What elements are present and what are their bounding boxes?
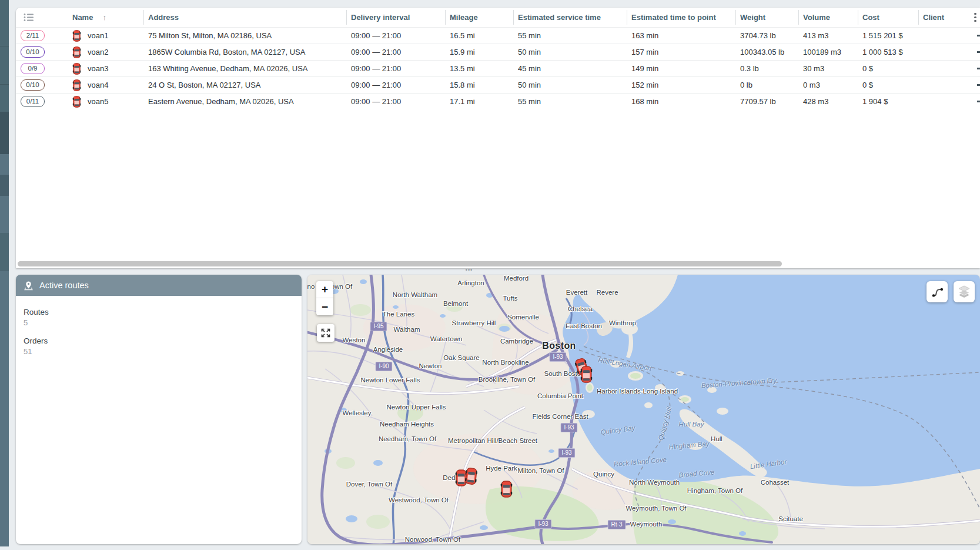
cell-mileage: 15.9 mi xyxy=(445,48,513,56)
sidebar-segment[interactable] xyxy=(0,84,9,112)
panel-resize-handle[interactable]: ••• xyxy=(462,266,476,274)
cell-estimated-service-time: 55 min xyxy=(513,31,627,40)
column-header-cost[interactable]: Cost xyxy=(858,8,918,27)
table-header: Name ↑ Address Delivery interval Mileage… xyxy=(16,8,980,27)
layers-icon xyxy=(957,285,971,299)
expand-icon xyxy=(321,328,330,338)
cell-estimated-time-to-point: 168 min xyxy=(627,97,735,106)
orders-count-badge: 0/9 xyxy=(21,63,45,74)
column-header-client[interactable]: Client xyxy=(918,8,964,27)
kebab-menu-icon[interactable] xyxy=(974,13,976,22)
vehicle-map-marker[interactable] xyxy=(580,366,593,383)
cell-mileage: 17.1 mi xyxy=(445,97,513,106)
cell-mileage: 13.5 mi xyxy=(445,64,513,73)
orders-count-badge: 0/10 xyxy=(21,79,45,91)
horizontal-scrollbar[interactable] xyxy=(16,261,980,267)
app-screen: Name ↑ Address Delivery interval Mileage… xyxy=(0,0,980,550)
routes-value: 5 xyxy=(24,318,302,327)
column-header-weight[interactable]: Weight xyxy=(735,8,798,27)
cell-weight: 100343.05 lb xyxy=(735,48,798,56)
cell-estimated-service-time: 50 min xyxy=(513,81,627,89)
cell-volume: 428 m3 xyxy=(798,97,858,106)
cell-cost: 0 $ xyxy=(858,64,918,73)
zoom-out-button[interactable]: − xyxy=(316,298,333,315)
cell-weight: 7709.57 lb xyxy=(735,97,798,106)
sidebar-segment[interactable] xyxy=(0,154,9,175)
column-header-estimated-time-to-point[interactable]: Estimated time to point xyxy=(627,8,735,27)
map[interactable]: noown OfMedfordArlingtonEverettRevereTuf… xyxy=(307,275,980,544)
sidebar-segment[interactable] xyxy=(0,46,9,84)
vehicle-name: voan2 xyxy=(88,48,108,56)
routes-table-card: Name ↑ Address Delivery interval Mileage… xyxy=(16,8,980,268)
cell-mileage: 15.8 mi xyxy=(445,81,513,89)
column-header-estimated-service-time[interactable]: Estimated service time xyxy=(513,8,627,27)
list-icon[interactable] xyxy=(16,8,68,27)
vehicle-icon xyxy=(72,30,81,42)
sidebar-segment[interactable] xyxy=(0,271,9,546)
cell-address: 24 O St, Boston, MA 02127, USA xyxy=(143,81,346,89)
column-header-name[interactable]: Name ↑ xyxy=(68,8,143,27)
table-row[interactable]: 0/9 voan3 163 Whiting Avenue, Dedham, MA… xyxy=(16,60,980,76)
orders-count-badge: 2/11 xyxy=(21,30,45,41)
vehicle-map-marker[interactable] xyxy=(500,481,513,498)
cell-estimated-time-to-point: 149 min xyxy=(627,64,735,73)
row-edge-dash xyxy=(977,101,980,102)
column-header-mileage[interactable]: Mileage xyxy=(445,8,513,27)
vehicle-map-marker[interactable] xyxy=(464,466,478,485)
routes-label: Routes xyxy=(24,308,302,316)
column-header-label: Name xyxy=(72,13,93,22)
route-curve-icon xyxy=(931,285,944,298)
sidebar-segment[interactable] xyxy=(0,175,9,196)
cell-cost: 0 $ xyxy=(858,81,918,89)
cell-delivery-interval: 09:00 — 21:00 xyxy=(346,48,445,56)
table-row[interactable]: 0/11 voan5 Eastern Avenue, Dedham, MA 02… xyxy=(16,93,980,109)
cell-estimated-service-time: 50 min xyxy=(513,48,627,56)
panel-title: Active routes xyxy=(39,281,89,290)
orders-count-badge: 0/10 xyxy=(21,46,45,58)
table-row[interactable]: 2/11 voan1 75 Milton St, Milton, MA 0218… xyxy=(16,27,980,44)
column-header-delivery-interval[interactable]: Delivery interval xyxy=(346,8,445,27)
orders-label: Orders xyxy=(24,336,302,345)
vehicle-name: voan3 xyxy=(88,64,108,73)
cell-volume: 30 m3 xyxy=(798,64,858,73)
cell-volume: 100189 m3 xyxy=(798,48,858,56)
cell-volume: 413 m3 xyxy=(798,31,858,40)
sidebar-segment[interactable] xyxy=(0,196,9,233)
vehicle-icon xyxy=(72,63,81,75)
cell-delivery-interval: 09:00 — 21:00 xyxy=(346,97,445,106)
table-row[interactable]: 0/10 voan4 24 O St, Boston, MA 02127, US… xyxy=(16,76,980,93)
vehicle-name: voan5 xyxy=(88,97,108,106)
orders-value: 51 xyxy=(24,347,302,356)
sidebar-segment[interactable] xyxy=(0,233,9,271)
cell-estimated-time-to-point: 163 min xyxy=(627,31,735,40)
vehicle-name: voan1 xyxy=(88,31,108,40)
collapsed-sidebar[interactable] xyxy=(0,0,9,546)
cell-cost: 1 000 513 $ xyxy=(858,48,918,56)
layers-button[interactable] xyxy=(954,281,975,302)
column-header-volume[interactable]: Volume xyxy=(798,8,858,27)
sidebar-segment[interactable] xyxy=(0,0,9,46)
horizontal-scrollbar-thumb[interactable] xyxy=(18,261,782,266)
fullscreen-button[interactable] xyxy=(317,324,335,342)
zoom-in-button[interactable]: + xyxy=(316,281,333,298)
cell-weight: 0 lb xyxy=(735,81,798,89)
cell-address: Eastern Avenue, Dedham, MA 02026, USA xyxy=(143,97,346,106)
active-routes-body: Routes 5 Orders 51 xyxy=(16,296,302,356)
cell-weight: 3704.73 lb xyxy=(735,31,798,40)
cell-estimated-service-time: 45 min xyxy=(513,64,627,73)
vehicle-icon xyxy=(72,79,81,91)
cell-address: 75 Milton St, Milton, MA 02186, USA xyxy=(143,31,346,40)
column-header-address[interactable]: Address xyxy=(143,8,346,27)
table-options-kebab[interactable] xyxy=(964,8,980,27)
cell-delivery-interval: 09:00 — 21:00 xyxy=(346,31,445,40)
vehicle-icon xyxy=(72,46,81,58)
cell-weight: 0.3 lb xyxy=(735,64,798,73)
table-row[interactable]: 0/10 voan2 1865W Columbia Rd, Boston, MA… xyxy=(16,44,980,60)
sort-ascending-icon[interactable]: ↑ xyxy=(102,13,106,22)
cell-estimated-time-to-point: 152 min xyxy=(627,81,735,89)
row-edge-dash xyxy=(977,51,980,53)
show-routes-button[interactable] xyxy=(927,281,948,302)
cell-address: 163 Whiting Avenue, Dedham, MA 02026, US… xyxy=(143,64,346,73)
cell-delivery-interval: 09:00 — 21:00 xyxy=(346,81,445,89)
sidebar-segment[interactable] xyxy=(0,112,9,154)
